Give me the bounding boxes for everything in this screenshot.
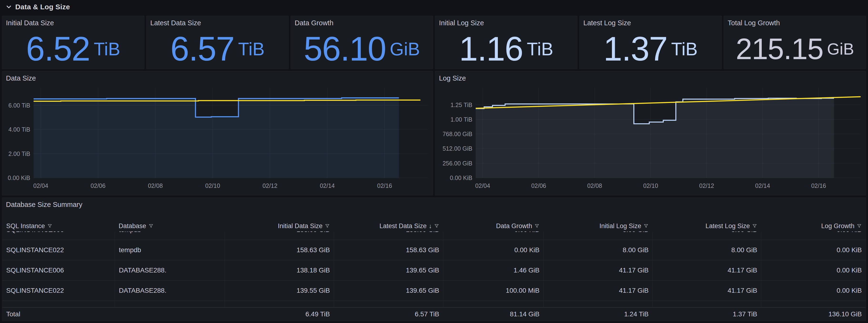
table-cell: 139.65 GiB xyxy=(334,260,443,280)
table-cell: 139.65 GiB xyxy=(334,281,443,301)
dashboard-row-header[interactable]: Data & Log Size xyxy=(0,0,868,14)
column-header-initial-log-size[interactable]: Initial Log Size xyxy=(543,223,652,230)
log-size-chart-panel: Log Size 0.00 KiB256.00 GiB512.00 GiB768… xyxy=(435,71,866,196)
table-cell: 158.00 GiB xyxy=(334,232,443,240)
data-size-chart-panel: Data Size 0.00 KiB2.00 TiB4.00 TiB6.00 T… xyxy=(2,71,433,196)
total-cell: 136.10 GiB xyxy=(761,311,866,318)
column-header-label[interactable]: Data Growth xyxy=(496,223,532,230)
panel-title[interactable]: Latest Data Size xyxy=(150,19,201,27)
column-header-database[interactable]: Database xyxy=(115,223,225,230)
column-header-label[interactable]: Log Growth xyxy=(821,223,855,230)
stat-panel-latest-log-size: Latest Log Size 1.37 TiB xyxy=(579,16,722,69)
column-header-log-growth[interactable]: Log Growth xyxy=(761,223,866,230)
table-cell: 0.00 KiB xyxy=(761,260,866,280)
column-header-label[interactable]: Initial Data Size xyxy=(278,223,322,230)
table-cell: 0.00 KiB xyxy=(761,240,866,260)
filter-icon[interactable] xyxy=(434,223,439,229)
filter-icon[interactable] xyxy=(857,223,862,229)
chart-canvas[interactable]: 0.00 KiB256.00 GiB512.00 GiB768.00 GiB1.… xyxy=(435,71,866,195)
total-cell: 6.57 TiB xyxy=(334,311,443,318)
database-size-summary-panel: Database Size Summary SQL InstanceDataba… xyxy=(2,197,866,321)
panel-title[interactable]: Total Log Growth xyxy=(728,19,780,27)
stat-panel-total-log-growth: Total Log Growth 215.15 GiB xyxy=(724,16,866,69)
panel-title[interactable]: Data Growth xyxy=(294,19,334,27)
stat-number: 1.37 xyxy=(603,32,667,66)
stat-value: 1.16 TiB xyxy=(435,31,577,66)
column-header-initial-data-size[interactable]: Initial Data Size xyxy=(225,223,334,230)
sort-desc-icon[interactable]: ↓ xyxy=(429,223,432,230)
chart-canvas[interactable]: 0.00 KiB2.00 TiB4.00 TiB6.00 TiB02/0402/… xyxy=(2,71,433,195)
x-axis-tick-label: 02/06 xyxy=(91,182,105,189)
section-title[interactable]: Data & Log Size xyxy=(15,3,70,11)
table-cell xyxy=(652,301,761,307)
stat-value: 56.10 GiB xyxy=(291,31,433,66)
log-size-chart-plot[interactable]: 0.00 KiB256.00 GiB512.00 GiB768.00 GiB1.… xyxy=(435,71,866,195)
panel-title[interactable]: Latest Log Size xyxy=(583,19,631,27)
column-header-label[interactable]: SQL Instance xyxy=(6,223,45,230)
stat-number: 6.57 xyxy=(170,32,234,66)
table-cell: 8.00 GiB xyxy=(543,232,652,240)
filter-icon[interactable] xyxy=(752,223,757,229)
table-cell: DATABASE288. xyxy=(115,281,225,301)
stat-value: 6.57 TiB xyxy=(147,31,288,66)
chevron-down-icon[interactable] xyxy=(5,3,12,10)
filter-icon[interactable] xyxy=(534,223,539,229)
x-axis-tick-label: 02/08 xyxy=(148,182,163,189)
table-cell xyxy=(225,301,334,307)
table-cell: 0.00 KiB xyxy=(761,232,866,240)
table-cell xyxy=(761,301,866,307)
table-cell: 158.63 GiB xyxy=(225,240,334,260)
stat-unit: GiB xyxy=(827,39,854,58)
column-header-label[interactable]: Initial Log Size xyxy=(599,223,641,230)
filter-icon[interactable] xyxy=(47,223,53,229)
table-cell: 1.46 GiB xyxy=(443,260,543,280)
table-cell xyxy=(2,301,115,307)
table-cell: 0.00 KiB xyxy=(443,232,543,240)
table-cell: 158.63 GiB xyxy=(334,240,443,260)
column-header-label[interactable]: Database xyxy=(119,223,146,230)
stat-unit: TiB xyxy=(527,39,553,59)
panel-title[interactable]: Data Size xyxy=(6,74,36,82)
table-cell: 41.17 GiB xyxy=(543,260,652,280)
table-cell: 0.00 KiB xyxy=(761,281,866,301)
stat-value: 6.52 TiB xyxy=(2,31,144,66)
column-header-latest-data-size[interactable]: Latest Data Size↓ xyxy=(334,223,443,230)
data-size-chart-plot[interactable]: 0.00 KiB2.00 TiB4.00 TiB6.00 TiB02/0402/… xyxy=(2,71,433,195)
column-header-label[interactable]: Latest Data Size xyxy=(379,223,427,230)
table-cell xyxy=(334,301,443,307)
panel-title[interactable]: Database Size Summary xyxy=(6,201,83,209)
column-header-sql-instance[interactable]: SQL Instance xyxy=(2,223,115,230)
table-cell: 8.00 GiB xyxy=(652,240,761,260)
table-cell xyxy=(543,301,652,307)
x-axis-tick-label: 02/08 xyxy=(587,182,602,189)
y-axis-tick-label: 512.00 GiB xyxy=(442,145,472,152)
table-header-row: SQL InstanceDatabaseInitial Data SizeLat… xyxy=(2,221,866,232)
stat-number: 215.15 xyxy=(736,34,823,64)
stat-number: 6.52 xyxy=(26,32,90,66)
filter-icon[interactable] xyxy=(643,223,649,229)
table-cell: 41.17 GiB xyxy=(652,281,761,301)
table-cell: DATABASE288. xyxy=(115,260,225,280)
x-axis-tick-label: 02/10 xyxy=(643,182,658,189)
column-header-label[interactable]: Latest Log Size xyxy=(706,223,750,230)
table-cell: SQLINSTANCE022 xyxy=(2,240,115,260)
table-cell: 138.18 GiB xyxy=(225,260,334,280)
table-cell xyxy=(115,301,225,307)
x-axis-tick-label: 02/04 xyxy=(33,182,49,189)
filter-icon[interactable] xyxy=(325,223,330,229)
column-header-latest-log-size[interactable]: Latest Log Size xyxy=(652,223,761,230)
filter-icon[interactable] xyxy=(148,223,154,229)
stat-unit: TiB xyxy=(671,39,698,59)
panel-title[interactable]: Log Size xyxy=(439,74,466,82)
charts-row: Data Size 0.00 KiB2.00 TiB4.00 TiB6.00 T… xyxy=(2,71,866,196)
panel-title[interactable]: Initial Data Size xyxy=(6,19,54,27)
table-row: SQLINSTANCE006DATABASE288.138.18 GiB139.… xyxy=(2,260,866,281)
x-axis-tick-label: 02/12 xyxy=(699,182,714,189)
stat-panel-latest-data-size: Latest Data Size 6.57 TiB xyxy=(146,16,289,69)
x-axis-tick-label: 02/06 xyxy=(531,182,546,189)
panel-title[interactable]: Initial Log Size xyxy=(439,19,484,27)
table-cell xyxy=(443,301,543,307)
y-axis-tick-label: 2.00 TiB xyxy=(8,150,30,157)
column-header-data-growth[interactable]: Data Growth xyxy=(443,223,543,230)
total-log-size-area xyxy=(476,98,834,178)
